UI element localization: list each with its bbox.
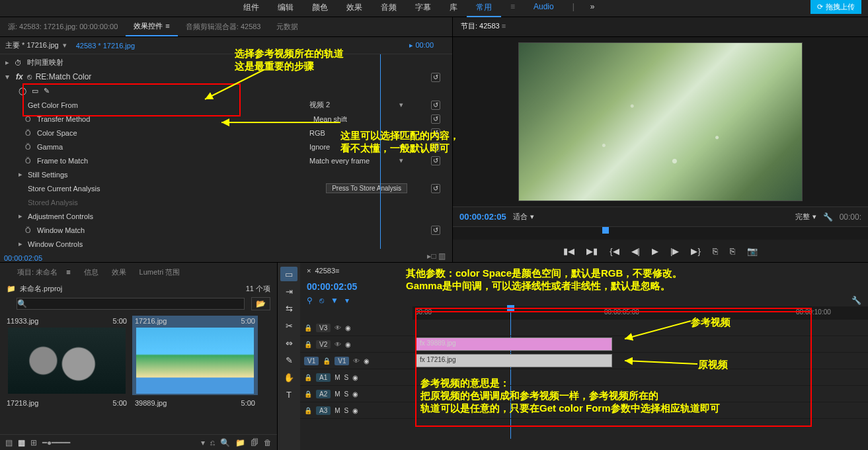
prop-value[interactable]: RGB (309, 129, 395, 137)
reset-icon[interactable]: ↺ (431, 114, 440, 124)
menu-item[interactable]: 颜色 (303, 0, 337, 17)
record-icon[interactable]: ◉ (352, 374, 358, 381)
tab-audio-mixer[interactable]: 音频剪辑混合器: 42583 (178, 18, 269, 36)
new-item-icon[interactable]: 🗐 (251, 438, 258, 447)
rect-mask-icon[interactable]: ▭ (32, 87, 38, 95)
tab-effects[interactable]: 效果 (105, 265, 133, 280)
settings-icon[interactable]: ▾ (345, 296, 349, 305)
tab-source[interactable]: 源: 42583: 17216.jpg: 00:00:00:00 (0, 18, 126, 36)
track-label[interactable]: A1 (316, 373, 331, 382)
lock-icon[interactable]: 🔒 (304, 341, 312, 348)
program-viewport[interactable] (453, 37, 868, 206)
freeform-view-icon[interactable]: ⊞ (30, 438, 37, 447)
reset-icon[interactable]: ↺ (431, 101, 440, 110)
track-v2[interactable]: fx 39889.jpg (413, 336, 868, 353)
search-input[interactable] (17, 298, 245, 310)
dropdown-icon[interactable]: ▾ (395, 142, 407, 151)
eye-icon[interactable]: 👁 (335, 341, 341, 348)
reset-icon[interactable]: ↺ (431, 156, 440, 165)
solo-icon[interactable]: S (344, 407, 349, 414)
source-patch[interactable]: V1 (304, 357, 319, 365)
track-label[interactable]: A2 (316, 390, 331, 398)
store-analysis-button[interactable]: Press To Store Analysis (326, 183, 407, 193)
zoom-fit-dropdown[interactable]: 适合▾ (513, 212, 534, 222)
selection-tool-icon[interactable]: ▭ (280, 267, 297, 281)
stopwatch-icon[interactable]: Ŏ (25, 226, 34, 234)
reset-icon[interactable]: ↺ (431, 184, 440, 193)
clip-v1[interactable]: fx 17216.jpg (415, 354, 612, 367)
new-bin-icon[interactable]: 📁 (235, 438, 245, 447)
eye-icon[interactable]: 👁 (353, 357, 360, 365)
solo-icon[interactable]: S (344, 390, 349, 398)
program-timecode[interactable]: 00:00:02:05 (459, 212, 506, 222)
link-icon[interactable]: ⎋ (319, 296, 324, 305)
tab-project[interactable]: 项目: 未命名 ≡ (4, 265, 77, 280)
extract-icon[interactable]: ⎘ (730, 246, 735, 256)
list-view-icon[interactable]: ▤ (5, 438, 13, 447)
track-v1[interactable]: fx 17216.jpg (413, 353, 868, 369)
hand-tool-icon[interactable]: ✋ (280, 370, 297, 384)
reset-icon[interactable]: ↺ (431, 226, 440, 235)
go-to-out-icon[interactable]: ▶} (691, 246, 700, 256)
reset-icon[interactable]: ↺ (431, 73, 440, 82)
clip-name[interactable]: 主要 * 17216.jpg (5, 40, 59, 50)
track-label[interactable]: A3 (316, 406, 331, 415)
tab-menu-icon[interactable]: ≡ (165, 22, 169, 30)
prop-value[interactable]: Match every frame (309, 157, 395, 165)
ripple-tool-icon[interactable]: ⇆ (280, 301, 297, 316)
project-item[interactable]: 17218.jpg5:00 (4, 398, 130, 408)
tab-info[interactable]: 信息 (77, 265, 105, 280)
go-to-in-icon[interactable]: {◀ (610, 246, 619, 256)
stopwatch-icon[interactable]: Ŏ (25, 143, 34, 151)
project-filename[interactable]: 未命名.prproj (20, 284, 62, 294)
upload-button[interactable]: ⟳拖拽上传 (810, 0, 861, 14)
clip-v2[interactable]: fx 39889.jpg (415, 338, 612, 351)
menu-more-icon[interactable]: » (584, 0, 602, 17)
type-tool-icon[interactable]: T (280, 387, 297, 402)
export-frame-icon[interactable]: 📷 (747, 246, 758, 256)
play-icon[interactable]: ▶ (652, 246, 658, 256)
tab-lumetri[interactable]: Lumetri 范围 (133, 265, 187, 280)
lock-icon[interactable]: 🔒 (323, 357, 331, 365)
mark-out-icon[interactable]: ▶▮ (586, 246, 598, 256)
tab-effect-controls[interactable]: 效果控件≡ (126, 17, 177, 36)
track-header-v2[interactable]: 🔒V2👁◉ (300, 336, 413, 353)
tab-metadata[interactable]: 元数据 (268, 18, 306, 36)
program-scrubber[interactable] (453, 226, 868, 240)
reset-icon[interactable]: ↺ (431, 128, 440, 138)
step-back-icon[interactable]: ◀| (631, 246, 640, 256)
project-item[interactable]: 11933.jpg5:00 (4, 316, 130, 395)
record-icon[interactable]: ◉ (352, 390, 358, 398)
track-header-a3[interactable]: 🔒A3MS◉ (300, 402, 413, 419)
stopwatch-icon[interactable]: Ŏ (25, 157, 34, 165)
timeline-ruler[interactable]: 00:00 00:00:05:00 00:00:10:00 (413, 306, 868, 320)
marker-icon[interactable]: ▼ (331, 296, 338, 305)
slip-tool-icon[interactable]: ⇔ (280, 336, 297, 350)
timeline-timecode[interactable]: 00:00:02:05 (300, 279, 868, 294)
mute-icon[interactable]: M (335, 407, 340, 414)
menu-item[interactable]: 效果 (337, 0, 372, 17)
dropdown-icon[interactable]: ▾ (63, 41, 67, 50)
pen-mask-icon[interactable]: ✎ (44, 87, 50, 95)
reset-icon[interactable]: ↺ (431, 142, 440, 152)
stopwatch-icon[interactable]: ⏱ (15, 59, 22, 67)
lock-icon[interactable]: 🔒 (304, 324, 312, 332)
mark-in-icon[interactable]: ▮◀ (563, 246, 574, 256)
project-item-selected[interactable]: 17216.jpg5:00 (132, 316, 258, 395)
stopwatch-icon[interactable]: Ŏ (25, 129, 34, 137)
menu-item-audio[interactable]: Audio (524, 0, 563, 17)
menu-item[interactable]: 编辑 (268, 0, 303, 17)
settings-icon[interactable]: 🔧 (823, 212, 833, 222)
track-label[interactable]: V3 (316, 324, 331, 332)
menu-item[interactable]: 音频 (372, 0, 406, 17)
track-header-v1[interactable]: V1🔒V1👁◉ (300, 353, 413, 369)
link-icon[interactable]: ⎋ (27, 72, 32, 81)
snap-icon[interactable]: ⚲ (307, 296, 313, 305)
dropdown-icon[interactable]: ▾ (395, 128, 407, 137)
track-a3[interactable] (413, 402, 868, 419)
track-content[interactable]: fx 39889.jpg fx 17216.jpg (413, 320, 868, 419)
expand-icon[interactable]: ▸ (19, 170, 25, 179)
menu-item[interactable]: 库 (440, 0, 467, 17)
prop-value[interactable]: 视频 2 (309, 100, 395, 110)
track-header-v3[interactable]: 🔒V3👁◉ (300, 320, 413, 336)
